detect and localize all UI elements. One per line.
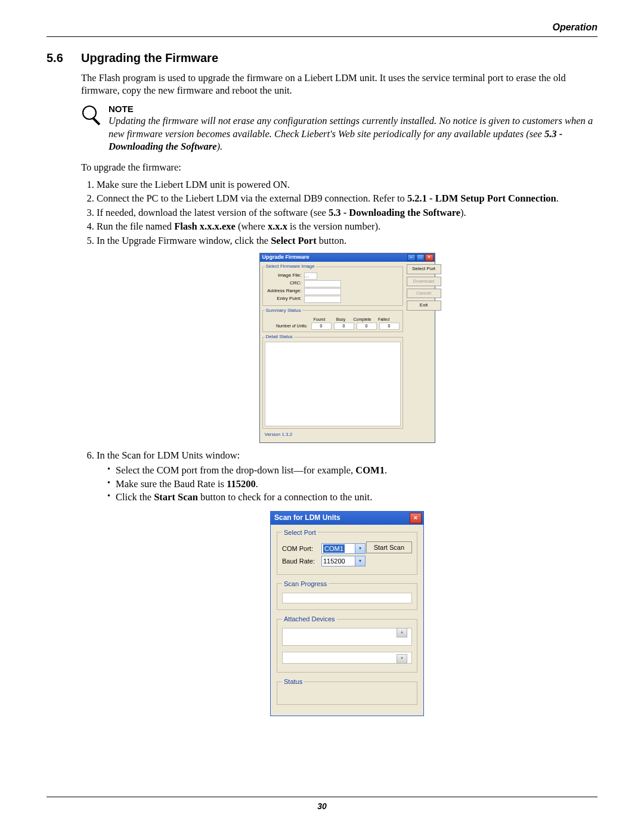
chevron-down-icon[interactable]: ▾ — [355, 544, 365, 553]
lead-in: To upgrade the firmware: — [81, 161, 597, 174]
start-scan-button[interactable]: Start Scan — [366, 541, 412, 553]
num-units-label: Number of Units: — [265, 323, 310, 329]
step-3: If needed, download the latest version o… — [97, 206, 597, 219]
summary-status-legend: Summary Status — [265, 308, 302, 314]
entry-point-field — [304, 296, 341, 303]
upgrade-firmware-dialog: Upgrade Firmware – □ × Select Firmware I… — [259, 253, 435, 443]
step-5: In the Upgrade Firmware window, click th… — [97, 234, 597, 448]
image-file-browse[interactable]: … — [304, 272, 317, 280]
step-6-bullet-2: • Make sure the Baud Rate is 115200. — [107, 478, 597, 490]
dialog1-version: Version 1.3.2 — [262, 431, 403, 439]
val-found: 0 — [311, 323, 332, 330]
section-heading: 5.6 Upgrading the Firmware — [0, 42, 644, 66]
select-port-button[interactable]: Select Port — [407, 264, 441, 274]
crc-field — [304, 280, 341, 287]
detail-status-legend: Detail Status — [265, 334, 294, 340]
maximize-icon[interactable]: □ — [416, 254, 425, 261]
step-4: Run the file named Flash x.x.x.exe (wher… — [97, 219, 597, 233]
cancel-button[interactable]: Cancel — [407, 289, 441, 298]
svg-rect-1 — [92, 117, 100, 125]
attached-devices-group: Attached Devices ▴ ▾ — [277, 615, 417, 673]
chevron-down-icon[interactable]: ▾ — [355, 556, 365, 566]
note-block: NOTE Updating the firmware will not eras… — [81, 103, 597, 153]
detail-status-area — [265, 342, 401, 426]
select-firmware-image-group: Select Firmware Image Image File: … CRC: — [262, 264, 403, 305]
entry-point-label: Entry Point: — [265, 296, 304, 302]
attached-devices-legend: Attached Devices — [282, 615, 337, 623]
exit-button[interactable]: Exit — [407, 301, 441, 310]
status-legend: Status — [282, 677, 304, 686]
image-file-label: Image File: — [265, 272, 304, 278]
attached-devices-list — [282, 628, 412, 646]
select-port-group: Select Port Start Scan COM Port: COM1 ▾ — [277, 528, 417, 575]
com-port-select[interactable]: COM1 ▾ — [321, 543, 366, 554]
address-range-label: Address Range: — [265, 288, 304, 294]
step-6: In the Scan for LDM Units window: • Sele… — [97, 448, 597, 717]
header-section-label: Operation — [552, 22, 597, 32]
close-icon[interactable]: × — [410, 513, 422, 524]
val-failed: 0 — [379, 323, 400, 330]
download-button[interactable]: Download — [407, 277, 441, 286]
scan-for-ldm-units-dialog: Scan for LDM Units × Select Port Start S… — [270, 511, 424, 717]
baud-rate-value: 115200 — [323, 557, 345, 565]
scroll-up-icon[interactable]: ▴ — [397, 628, 407, 637]
scan-progress-legend: Scan Progress — [282, 580, 329, 588]
select-port-legend: Select Port — [282, 528, 318, 537]
scan-progress-bar — [282, 593, 412, 603]
col-found: Found — [309, 317, 330, 322]
val-busy: 0 — [334, 323, 354, 330]
com-port-label: COM Port: — [282, 544, 321, 553]
col-busy: Busy — [330, 317, 352, 322]
dialog2-title: Scan for LDM Units — [274, 513, 340, 523]
dialog2-titlebar: Scan for LDM Units × — [271, 512, 423, 525]
crc-label: CRC: — [265, 280, 304, 286]
summary-status-group: Summary Status Found Busy Complete Faile… — [262, 308, 403, 332]
close-icon[interactable]: × — [425, 254, 434, 261]
step-1: Make sure the Liebert LDM unit is powere… — [97, 178, 597, 191]
running-header: Operation — [0, 0, 644, 36]
scan-progress-group: Scan Progress — [277, 580, 417, 610]
status-group: Status — [277, 677, 417, 705]
page-number: 30 — [0, 801, 644, 812]
section-number: 5.6 — [47, 50, 81, 66]
baud-rate-label: Baud Rate: — [282, 557, 321, 565]
step-2: Connect the PC to the Liebert LDM via th… — [97, 191, 597, 205]
scroll-down-icon[interactable]: ▾ — [397, 654, 407, 664]
intro-paragraph: The Flash program is used to upgrade the… — [81, 72, 597, 97]
address-range-field — [304, 288, 341, 295]
step-6-bullet-3: • Click the Start Scan button to check f… — [107, 491, 597, 503]
col-failed: Failed — [373, 317, 395, 322]
baud-rate-select[interactable]: 115200 ▾ — [321, 556, 366, 566]
attached-devices-list-2 — [282, 652, 412, 664]
dialog1-title: Upgrade Firmware — [262, 254, 309, 261]
note-heading: NOTE — [109, 103, 597, 115]
header-rule — [47, 36, 597, 37]
col-complete: Complete — [352, 317, 373, 322]
note-text: Updating the firmware will not erase any… — [109, 114, 597, 153]
detail-status-group: Detail Status — [262, 334, 403, 429]
magnifier-icon — [81, 103, 109, 128]
dialog1-titlebar: Upgrade Firmware – □ × — [260, 253, 435, 262]
svg-point-0 — [83, 106, 96, 119]
steps-list: Make sure the Liebert LDM unit is powere… — [81, 178, 597, 717]
select-firmware-image-legend: Select Firmware Image — [265, 264, 316, 270]
step-6-bullet-1: • Select the COM port from the drop-down… — [107, 464, 597, 476]
section-title: Upgrading the Firmware — [81, 50, 218, 66]
com-port-value: COM1 — [323, 544, 345, 553]
footer-rule — [47, 797, 597, 797]
minimize-icon[interactable]: – — [407, 254, 416, 261]
val-complete: 0 — [357, 323, 377, 330]
